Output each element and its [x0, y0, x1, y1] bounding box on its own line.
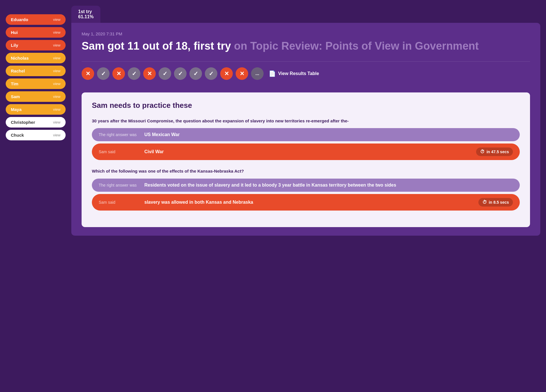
card-title: Sam got 11 out of 18, first try on Topic… — [82, 40, 530, 53]
sidebar-item-sam[interactable]: Samview — [6, 91, 66, 102]
sidebar-item-nicholas[interactable]: Nicholasview — [6, 53, 66, 63]
clock-icon-1: ⏱ — [482, 200, 487, 205]
correct-label-1: The right answer was — [99, 183, 139, 187]
question-block-1: Which of the following was one of the ef… — [92, 168, 520, 211]
wrong-text-1: slavery was allowed in both Kansas and N… — [144, 200, 473, 205]
sidebar-name-hui: Hui — [11, 30, 18, 35]
wrong-label-0: Sam said — [99, 149, 139, 154]
sidebar-view-hui[interactable]: view — [53, 30, 60, 35]
sidebar-name-sam: Sam — [11, 94, 20, 99]
wrong-answer-row-1: Sam saidslavery was allowed in both Kans… — [92, 194, 520, 211]
sidebar: EduardoviewHuiviewLilyviewNicholasviewRa… — [6, 6, 66, 386]
tab-score: 61.11% — [78, 14, 94, 19]
sidebar-item-rachel[interactable]: Rachelview — [6, 66, 66, 76]
sidebar-item-chuck[interactable]: Chuckview — [6, 130, 66, 140]
sidebar-item-christopher[interactable]: Christopherview — [6, 117, 66, 128]
sidebar-view-christopher[interactable]: view — [53, 120, 60, 124]
sidebar-view-tim[interactable]: view — [53, 82, 60, 86]
sidebar-item-eduardo[interactable]: Eduardoview — [6, 14, 66, 25]
result-icon-7: ✓ — [189, 67, 202, 80]
result-icon-4: ✕ — [143, 67, 156, 80]
sidebar-name-chuck: Chuck — [11, 133, 24, 138]
sidebar-name-tim: Tim — [11, 81, 18, 86]
tab-bar: 1st try 61.11% — [71, 6, 540, 23]
result-icon-0: ✕ — [82, 67, 94, 80]
sidebar-item-maya[interactable]: Mayaview — [6, 104, 66, 115]
sidebar-view-rachel[interactable]: view — [53, 69, 60, 73]
result-icon-3: ✓ — [128, 67, 140, 80]
result-icon-10: ✕ — [236, 67, 248, 80]
correct-text-1: Residents voted on the issue of slavery … — [144, 183, 513, 188]
sidebar-name-lily: Lily — [11, 43, 18, 48]
tab-label: 1st try — [78, 9, 94, 14]
question-block-0: 30 years after the Missouri Compromise, … — [92, 118, 520, 160]
card-title-main: Sam got 11 out of 18, first try — [82, 40, 231, 52]
time-text-0: in 47.5 secs — [486, 149, 509, 154]
clock-icon-0: ⏱ — [480, 149, 485, 154]
time-badge-0: ⏱in 47.5 secs — [476, 147, 513, 156]
sidebar-item-hui[interactable]: Huiview — [6, 27, 66, 38]
result-icon-11: ... — [251, 67, 264, 80]
view-results-label: View Results Table — [278, 71, 319, 76]
sidebar-item-lily[interactable]: Lilyview — [6, 40, 66, 50]
sidebar-name-nicholas: Nicholas — [11, 56, 29, 60]
result-icon-9: ✕ — [220, 67, 233, 80]
card-title-muted: on Topic Review: Points of View in Gover… — [234, 40, 479, 52]
practice-title: Sam needs to practice these — [92, 101, 520, 110]
result-icon-2: ✕ — [112, 67, 125, 80]
question-text-0: 30 years after the Missouri Compromise, … — [92, 118, 520, 124]
card-timestamp: May 1, 2020 7:31 PM — [82, 31, 530, 36]
time-badge-1: ⏱in 8.5 secs — [478, 198, 513, 207]
sidebar-view-chuck[interactable]: view — [53, 133, 60, 137]
correct-answer-row-1: The right answer wasResidents voted on t… — [92, 179, 520, 192]
content-card: May 1, 2020 7:31 PM Sam got 11 out of 18… — [71, 23, 540, 236]
results-row: ✕✓✕✓✕✓✓✓✓✕✕... 📄 View Results Table — [82, 61, 530, 86]
sidebar-name-rachel: Rachel — [11, 68, 25, 73]
wrong-answer-row-0: Sam saidCivil War⏱in 47.5 secs — [92, 144, 520, 160]
document-icon: 📄 — [269, 70, 276, 77]
wrong-text-0: Civil War — [144, 149, 470, 154]
result-icon-5: ✓ — [159, 67, 171, 80]
wrong-label-1: Sam said — [99, 200, 139, 205]
correct-text-0: US Mexican War — [144, 132, 513, 137]
main-content: 1st try 61.11% May 1, 2020 7:31 PM Sam g… — [71, 6, 540, 386]
question-text-1: Which of the following was one of the ef… — [92, 168, 520, 175]
sidebar-view-nicholas[interactable]: view — [53, 56, 60, 60]
result-icon-8: ✓ — [205, 67, 217, 80]
practice-section: Sam needs to practice these 30 years aft… — [82, 92, 530, 227]
sidebar-name-eduardo: Eduardo — [11, 17, 28, 22]
sidebar-view-lily[interactable]: view — [53, 43, 60, 47]
sidebar-item-tim[interactable]: Timview — [6, 78, 66, 89]
result-icon-6: ✓ — [174, 67, 187, 80]
sidebar-view-maya[interactable]: view — [53, 107, 60, 112]
sidebar-name-maya: Maya — [11, 107, 22, 112]
time-text-1: in 8.5 secs — [489, 200, 509, 205]
correct-label-0: The right answer was — [99, 132, 139, 137]
tab-first-try[interactable]: 1st try 61.11% — [71, 6, 100, 23]
result-icon-1: ✓ — [97, 67, 110, 80]
correct-answer-row-0: The right answer wasUS Mexican War — [92, 128, 520, 141]
sidebar-name-christopher: Christopher — [11, 120, 35, 125]
view-results-button[interactable]: 📄 View Results Table — [269, 70, 319, 77]
sidebar-view-eduardo[interactable]: view — [53, 17, 60, 22]
sidebar-view-sam[interactable]: view — [53, 94, 60, 99]
